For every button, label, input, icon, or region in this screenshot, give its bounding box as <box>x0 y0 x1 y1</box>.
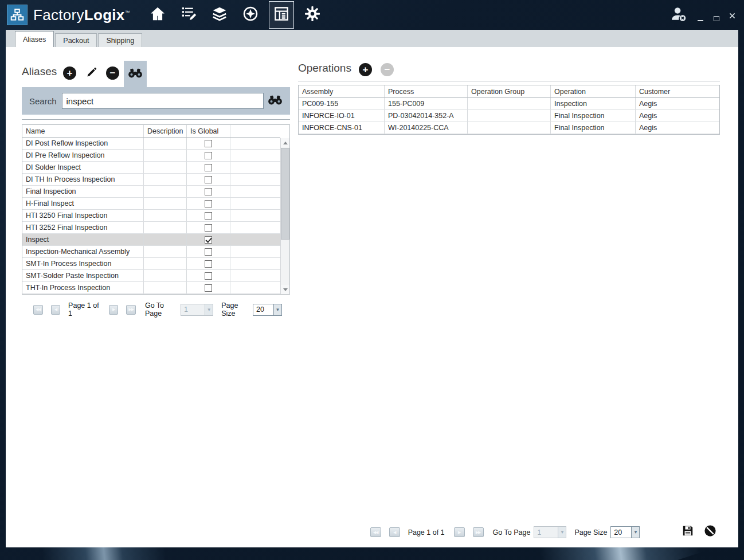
table-row[interactable]: DI Solder Inspect <box>22 162 280 174</box>
goto-page-label: Go To Page <box>145 301 177 318</box>
table-row[interactable]: PC009-155 155-PC009 Inspection Aegis <box>299 98 719 110</box>
nav-home-button[interactable] <box>145 2 170 28</box>
goto-page-input[interactable] <box>534 526 558 538</box>
tab-shipping[interactable]: Shipping <box>98 33 142 47</box>
user-logout-button[interactable] <box>670 5 687 25</box>
assembly-cell: INFORCE-IO-01 <box>299 110 385 122</box>
first-page-button[interactable]: ◀◀ <box>33 305 43 315</box>
operation-remove-button-disabled[interactable]: − <box>381 63 394 76</box>
column-header-assembly[interactable]: Assembly <box>299 85 385 97</box>
customer-cell: Aegis <box>636 110 719 122</box>
previous-page-button[interactable]: ◀ <box>51 305 61 315</box>
is-global-checkbox[interactable] <box>205 260 212 268</box>
page-size-value: 20 <box>610 526 631 538</box>
table-row[interactable]: H-Final Inspect <box>22 198 280 210</box>
column-header-customer[interactable]: Customer <box>636 85 719 97</box>
is-global-checkbox[interactable] <box>205 248 212 256</box>
is-global-checkbox[interactable] <box>205 164 212 171</box>
last-page-button[interactable]: ▶▶ <box>473 527 484 537</box>
table-row[interactable]: INFORCE-CNS-01 WI-20140225-CCA Final Ins… <box>299 122 719 134</box>
goto-page-label: Go To Page <box>493 528 531 536</box>
operation-add-button[interactable]: + <box>359 63 372 76</box>
first-page-button[interactable]: ◀◀ <box>370 527 381 537</box>
column-header-name[interactable]: Name <box>22 125 144 137</box>
alias-add-button[interactable]: + <box>63 66 76 80</box>
page-size-label: Page Size <box>574 528 607 536</box>
page-size-select[interactable]: 20 ▼ <box>610 526 640 538</box>
table-row[interactable]: SMT-Solder Paste Inspection <box>22 270 280 282</box>
chevron-down-icon[interactable]: ▼ <box>558 526 566 538</box>
alias-description-cell <box>144 258 187 269</box>
nav-settings-button[interactable] <box>300 2 325 28</box>
is-global-checkbox[interactable] <box>205 212 212 220</box>
search-submit-button[interactable] <box>268 95 283 107</box>
is-global-checkbox[interactable] <box>205 272 212 280</box>
tab-packout[interactable]: Packout <box>55 33 97 47</box>
maximize-button[interactable] <box>712 15 720 21</box>
column-header-is-global[interactable]: Is Global <box>187 125 230 137</box>
table-row[interactable]: INFORCE-IO-01 PD-03042014-352-A Final In… <box>299 110 719 122</box>
minimize-button[interactable] <box>696 15 704 21</box>
nav-materials-button[interactable] <box>207 2 232 28</box>
table-row[interactable]: SMT-In Process Inspection <box>22 258 280 270</box>
chevron-down-icon[interactable]: ▼ <box>205 304 213 316</box>
last-page-button[interactable]: ▶▶ <box>126 305 136 315</box>
alias-remove-button[interactable]: − <box>106 66 119 80</box>
is-global-checkbox[interactable] <box>205 236 212 244</box>
next-page-button[interactable]: ▶ <box>109 305 119 315</box>
is-global-checkbox[interactable] <box>205 176 212 183</box>
column-header-operation[interactable]: Operation <box>551 85 636 97</box>
is-global-checkbox[interactable] <box>205 140 212 147</box>
alias-description-cell <box>144 210 187 221</box>
brand-factory: Factory <box>33 6 84 24</box>
operations-header: Operations + − <box>298 60 720 81</box>
table-row[interactable]: DI TH In Process Inspection <box>22 174 280 186</box>
aliases-panel-title: Aliases <box>22 65 57 78</box>
maximize-icon <box>714 16 719 21</box>
alias-name-cell: HTI 3252 Final Inspection <box>22 222 144 233</box>
tab-aliases[interactable]: Aliases <box>15 31 54 47</box>
table-row[interactable]: HTI 3252 Final Inspection <box>22 222 280 234</box>
save-button[interactable] <box>681 525 694 538</box>
operations-panel: Operations + − Assembly Process Operatio… <box>298 60 720 547</box>
nav-process-definition-button[interactable] <box>176 2 201 28</box>
table-row[interactable]: DI Pre Reflow Inspection <box>22 150 280 162</box>
cancel-button[interactable] <box>703 525 716 538</box>
alias-search-toggle-button[interactable] <box>124 61 147 87</box>
chevron-down-icon[interactable]: ▼ <box>631 526 640 538</box>
column-header-description[interactable]: Description <box>144 125 187 137</box>
is-global-checkbox[interactable] <box>205 284 212 292</box>
scroll-up-button[interactable] <box>281 138 289 147</box>
alias-name-cell: SMT-In Process Inspection <box>22 258 144 269</box>
table-row[interactable]: DI Post Reflow Inspection <box>22 138 280 150</box>
process-cell: PD-03042014-352-A <box>385 110 468 122</box>
table-row[interactable]: Inspection-Mechanical Assembly <box>22 246 280 258</box>
alias-global-cell <box>187 258 230 269</box>
table-row[interactable]: THT-In Process Inspection <box>22 282 280 294</box>
is-global-checkbox[interactable] <box>205 224 212 232</box>
vertical-scrollbar[interactable] <box>280 138 289 294</box>
is-global-checkbox[interactable] <box>205 188 212 195</box>
alias-edit-button[interactable] <box>85 66 98 80</box>
alias-name-cell: H-Final Inspect <box>22 198 144 209</box>
next-page-button[interactable]: ▶ <box>454 527 465 537</box>
table-row-selected[interactable]: Inspect <box>22 234 280 246</box>
goto-page-input[interactable] <box>181 304 205 316</box>
aliases-table: Name Description Is Global DI Post Reflo… <box>22 124 290 295</box>
is-global-checkbox[interactable] <box>205 200 212 207</box>
column-header-operation-group[interactable]: Operation Group <box>468 85 551 97</box>
scrollbar-thumb[interactable] <box>281 148 289 240</box>
is-global-checkbox[interactable] <box>205 152 212 159</box>
scroll-down-button[interactable] <box>281 285 289 294</box>
process-cell: WI-20140225-CCA <box>385 122 468 134</box>
chevron-down-icon[interactable]: ▼ <box>273 304 282 316</box>
previous-page-button[interactable]: ◀ <box>389 527 400 537</box>
page-size-select[interactable]: 20 ▼ <box>253 304 282 316</box>
nav-reports-button-active[interactable] <box>269 1 294 29</box>
table-row[interactable]: Final Inspection <box>22 186 280 198</box>
table-row[interactable]: HTI 3250 Final Inspection <box>22 210 280 222</box>
column-header-process[interactable]: Process <box>385 85 468 97</box>
close-button[interactable] <box>729 15 736 21</box>
nav-tracking-button[interactable] <box>238 2 263 28</box>
search-input[interactable] <box>62 93 264 109</box>
